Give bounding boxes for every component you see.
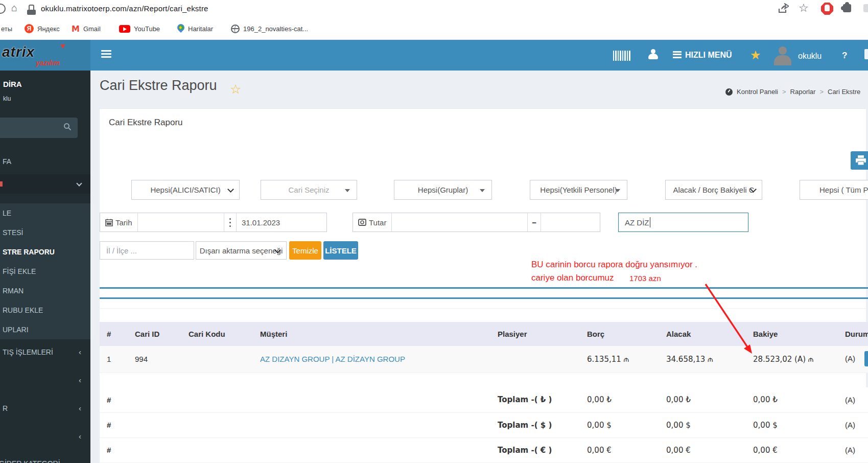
quick-menu-label: HIZLI MENÜ [685,51,732,60]
dropdown-arrow-icon [615,189,620,192]
sidebar-subitem-ferman[interactable]: RMAN [0,281,90,300]
bookmarks-bar: еты Я Яндекс M Gmail YouTube Haritalar 1… [0,17,868,40]
maps-pin-icon [177,24,184,34]
bookmark-label: Gmail [83,25,101,33]
amount-min-input[interactable] [392,213,528,231]
select-personnel[interactable]: Hepsi(Yetkili Personel) [530,180,627,200]
total-row-try: # Toplam -( ₺ ) 0,00 ₺ 0,00 ₺ 0,00 ₺ (A) [100,387,868,412]
sidebar-item-gider-kategori[interactable]: GİDER KATEGORİ [0,454,87,463]
sidebar-item-satis-islemleri[interactable]: TIŞ İŞLEMLERİ ‹ [0,342,90,362]
sidebar-search-input[interactable] [0,118,78,138]
col-borc: Borç [580,322,659,346]
avatar[interactable] [772,45,793,65]
header-edge-icon[interactable] [864,49,868,59]
globe-icon [231,25,240,33]
amount-max-input[interactable] [541,213,600,231]
sidebar-item-cari-parent[interactable] [0,174,90,194]
sidebar-subitem-ekstre-raporu-active[interactable]: STRE RAPORU [0,242,90,262]
chevron-left-icon: ‹ [79,427,81,446]
app-logo[interactable]: atrix yazılım [0,40,90,71]
dropdown-arrow-icon [480,189,485,192]
total-row-usd: # Toplam -( $ ) 0,00 $ 0,00 $ 0,00 $ (A) [100,412,868,437]
user-icon[interactable] [648,49,658,59]
bookmark-label: еты [1,25,12,33]
reload-icon[interactable] [0,4,6,14]
bookmark-item-maps[interactable]: Haritalar [177,24,213,34]
adblock-icon[interactable] [821,3,833,15]
logo-text: atrix [2,44,35,60]
cell-cari-id: 994 [128,346,181,373]
total-label: Toplam -( ₺ ) [490,387,580,412]
clear-button[interactable]: Temizle [289,241,321,260]
select-currency[interactable]: Hepsi ( Tüm Para Bir [800,180,868,200]
bookmark-item-gmail[interactable]: M Gmail [72,24,101,34]
select-buyer-seller[interactable]: Hepsi(ALICI/SATICI) [131,180,240,200]
home-icon[interactable]: ⌂ [11,2,17,14]
cari-search-input[interactable]: AZ DİZ [618,213,748,232]
money-icon [358,219,366,226]
sidebar-item-3[interactable]: R ‹ [0,399,90,418]
date-end-input[interactable]: 31.01.2023 [237,213,326,231]
panel-title: Cari Ekstre Raporu [109,118,183,128]
col-cari-kodu: Cari Kodu [181,322,253,346]
sidebar-user-name: DİRA [3,80,22,88]
date-label-cell: Tarih [100,213,138,231]
logo-subtext: yazılım [36,59,60,67]
sidebar-subitem-gruplari[interactable]: UPLARI [0,320,90,339]
row-action-button[interactable] [864,351,868,366]
breadcrumb-current: Cari Ekstre [828,88,860,96]
customer-link[interactable]: AZ DIZAYN GROUP | AZ DİZAYN GROUP [260,355,405,363]
share-icon[interactable] [778,3,789,14]
sidebar-subitem-fisi-ekle[interactable]: FİŞİ EKLE [0,262,90,281]
bookmark-item-site[interactable]: 196_2_novalties-cat... [231,24,308,34]
sidebar-subitem-grubu-ekle[interactable]: RUBU EKLE [0,300,90,320]
sidebar-item-home[interactable]: FA [0,152,90,171]
extensions-icon[interactable] [843,4,851,12]
results-table: # Cari ID Cari Kodu Müşteri Plasiyer Bor… [100,322,868,373]
col-plasiyer: Plasiyer [490,322,580,346]
date-start-input[interactable] [138,213,224,231]
col-alacak: Alacak [659,322,746,346]
header-username[interactable]: okuklu [798,52,822,61]
sidebar-item-2[interactable]: ‹ [0,371,90,390]
breadcrumb-raporlar[interactable]: Raporlar [790,88,816,96]
printer-icon [855,155,866,166]
app-header [0,40,868,71]
cell-num: 1 [100,346,128,373]
amount-range-group: Tutar − [353,213,600,232]
bookmark-label: YouTube [134,25,160,33]
sidebar-item-4[interactable]: ‹ [0,427,90,446]
export-select[interactable]: Dışarı aktarma seçeneği [196,241,287,260]
print-button[interactable] [851,151,868,170]
city-input[interactable] [100,241,194,260]
annotation-line2: cariye olan borcumuz [531,273,614,283]
barcode-icon[interactable] [613,51,630,61]
menu-bars-icon [673,51,682,60]
col-num: # [100,322,128,346]
sidebar-toggle-icon[interactable] [101,50,111,58]
select-cari[interactable]: Cari Seçiniz [261,180,357,200]
select-groups[interactable]: Hepsi(Gruplar) [394,180,492,200]
url-text[interactable]: okuklu.matrixotoerp.com/azn/Report/cari_… [41,4,208,13]
bookmark-item-youtube[interactable]: YouTube [119,24,160,34]
star-outline-icon[interactable]: ☆ [230,82,241,97]
calendar-icon [105,219,113,226]
quick-menu-button[interactable]: HIZLI MENÜ [673,51,732,60]
sidebar-subitem-cari-listesi[interactable]: STESİ [0,223,90,242]
help-icon[interactable]: ? [842,51,847,61]
total-label: Toplam -( € ) [490,437,580,462]
favorites-star-icon[interactable]: ★ [750,48,761,62]
sidebar-subitem-cari-ekle[interactable]: LE [0,203,90,223]
logo-triangle-icon [60,44,65,49]
bookmark-star-icon[interactable]: ☆ [799,2,809,15]
browser-edge-icon[interactable] [863,4,868,12]
list-button[interactable]: LİSTELE [323,241,358,260]
bookmark-item-yandex[interactable]: Я Яндекс [25,24,60,34]
select-balance-type[interactable]: Alacak / Borç Bakiyeli C [665,180,762,200]
date-range-group: Tarih 31.01.2023 [100,213,327,232]
table-header-row: # Cari ID Cari Kodu Müşteri Plasiyer Bor… [100,322,868,346]
padlock-icon[interactable] [29,5,34,10]
breadcrumb-home[interactable]: Kontrol Paneli [737,88,778,96]
sidebar: DİRA klu FA LE STESİ STRE RAPORU FİŞİ EK… [0,71,90,463]
bookmark-item[interactable]: еты [1,24,12,34]
